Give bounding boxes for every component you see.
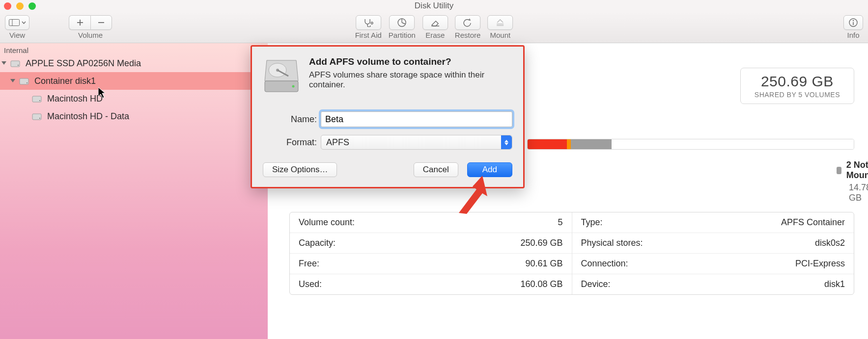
info-button[interactable] <box>843 15 863 30</box>
detail-value: PCI-Express <box>795 259 845 269</box>
detail-key: Free: <box>299 259 319 269</box>
view-label: View <box>9 31 25 39</box>
restore-label: Restore <box>455 31 481 39</box>
chevron-down-icon <box>10 78 17 84</box>
svg-point-22 <box>39 100 40 101</box>
erase-button[interactable] <box>422 15 448 30</box>
table-row: Device:disk1 <box>572 274 854 294</box>
minimize-window-button[interactable] <box>16 2 24 10</box>
detail-value: 160.08 GB <box>520 279 562 289</box>
sidebar-item-ssd[interactable]: APPLE SSD AP0256N Media <box>0 54 268 72</box>
table-row: Volume count:5 <box>290 212 572 233</box>
detail-key: Used: <box>299 279 322 289</box>
svg-point-27 <box>292 85 295 88</box>
sidebar-item-label: Macintosh HD <box>47 94 103 104</box>
hard-drive-icon <box>19 76 29 86</box>
restore-arrow-icon <box>463 18 473 27</box>
toolbar: View Volume First Aid <box>0 12 868 43</box>
sidebar-item-mac-hd-data[interactable]: Macintosh HD - Data <box>0 107 268 125</box>
traffic-lights[interactable] <box>4 2 36 10</box>
detail-value: 250.69 GB <box>520 238 562 248</box>
mount-label: Mount <box>490 31 511 39</box>
toolbar-cluster-volume: Volume <box>69 15 112 39</box>
toolbar-cluster-firstaid: First Aid <box>355 15 382 39</box>
add-volume-dialog: Add APFS volume to container? APFS volum… <box>251 45 525 188</box>
mount-button[interactable] <box>487 15 513 30</box>
minus-icon <box>97 19 105 26</box>
first-aid-button[interactable] <box>356 15 381 30</box>
sidebar-item-label: APPLE SSD AP0256N Media <box>26 58 141 69</box>
legend-sublabel: 14.78 GB <box>849 183 868 203</box>
dialog-title: Add APFS volume to container? <box>309 56 512 67</box>
zoom-window-button[interactable] <box>28 2 36 10</box>
sidebar-item-mac-hd[interactable]: Macintosh HD <box>0 90 268 107</box>
info-icon <box>848 18 858 27</box>
erase-label: Erase <box>425 31 445 39</box>
titlebar: Disk Utility <box>0 0 868 12</box>
toolbar-cluster-info: Info <box>843 15 863 39</box>
legend-label: 2 Not Mounted <box>846 160 868 181</box>
first-aid-label: First Aid <box>355 31 382 39</box>
partition-label: Partition <box>389 31 416 39</box>
hard-drive-icon <box>10 58 21 69</box>
table-row: Capacity:250.69 GB <box>290 233 572 254</box>
sidebar-view-icon <box>9 19 20 26</box>
sidebar-item-container-disk1[interactable]: Container disk1 <box>0 72 268 90</box>
detail-value: 90.61 GB <box>525 259 562 269</box>
svg-marker-18 <box>10 79 15 82</box>
detail-key: Capacity: <box>299 238 336 248</box>
dialog-description: APFS volumes share storage space within … <box>309 70 512 90</box>
detail-key: Connection: <box>581 259 628 269</box>
view-button[interactable] <box>5 15 29 30</box>
format-select[interactable]: APFS <box>321 135 512 150</box>
size-options-button[interactable]: Size Options… <box>263 162 337 177</box>
partition-button[interactable] <box>389 15 415 30</box>
svg-point-17 <box>18 65 19 66</box>
usage-segment <box>612 139 854 149</box>
legend: 2 Not Mounted 14.78 GB Free 90.61 GB <box>837 160 868 203</box>
toolbar-cluster-restore: Restore <box>455 15 481 39</box>
toolbar-cluster-mount: Mount <box>487 15 513 39</box>
table-row: Physical stores:disk0s2 <box>572 233 854 254</box>
restore-button[interactable] <box>455 15 480 30</box>
table-row: Connection:PCI-Express <box>572 254 854 274</box>
svg-point-5 <box>371 22 373 24</box>
usage-bar <box>527 139 854 150</box>
svg-point-13 <box>853 20 854 21</box>
detail-value: disk1 <box>824 279 845 289</box>
sidebar-item-label: Macintosh HD - Data <box>47 111 129 122</box>
cancel-button[interactable]: Cancel <box>414 162 458 177</box>
stethoscope-icon <box>363 18 374 27</box>
svg-point-24 <box>39 118 40 119</box>
usage-segment <box>528 139 567 149</box>
toolbar-cluster-erase: Erase <box>422 15 448 39</box>
svg-rect-0 <box>9 20 19 26</box>
table-row: Type:APFS Container <box>572 212 854 233</box>
sidebar-item-label: Container disk1 <box>34 76 96 86</box>
svg-marker-15 <box>1 61 6 65</box>
add-button[interactable]: Add <box>467 162 512 177</box>
mount-icon <box>495 18 505 27</box>
table-row: Used:160.08 GB <box>290 274 572 294</box>
hard-drive-icon <box>31 93 42 104</box>
usage-segment <box>567 139 571 149</box>
plus-icon <box>76 19 84 26</box>
details-table: Volume count:5 Capacity:250.69 GB Free:9… <box>289 212 854 295</box>
add-volume-button[interactable] <box>69 15 90 30</box>
legend-swatch <box>837 167 841 174</box>
name-input[interactable] <box>321 111 512 127</box>
volume-label: Volume <box>78 31 103 39</box>
sidebar-section-internal: Internal <box>0 43 268 54</box>
toolbar-cluster-partition: Partition <box>389 15 416 39</box>
detail-value: APFS Container <box>781 217 845 228</box>
close-window-button[interactable] <box>4 2 11 10</box>
detail-key: Volume count: <box>299 217 355 228</box>
usage-segment <box>571 139 612 149</box>
remove-volume-button[interactable] <box>90 15 112 30</box>
detail-value: disk0s2 <box>815 238 845 248</box>
stepper-icon <box>501 135 512 149</box>
chevron-down-icon <box>1 60 8 67</box>
sidebar[interactable]: Internal APPLE SSD AP0256N Media Contain… <box>0 43 268 339</box>
window-title: Disk Utility <box>415 1 453 11</box>
svg-rect-21 <box>32 96 41 102</box>
